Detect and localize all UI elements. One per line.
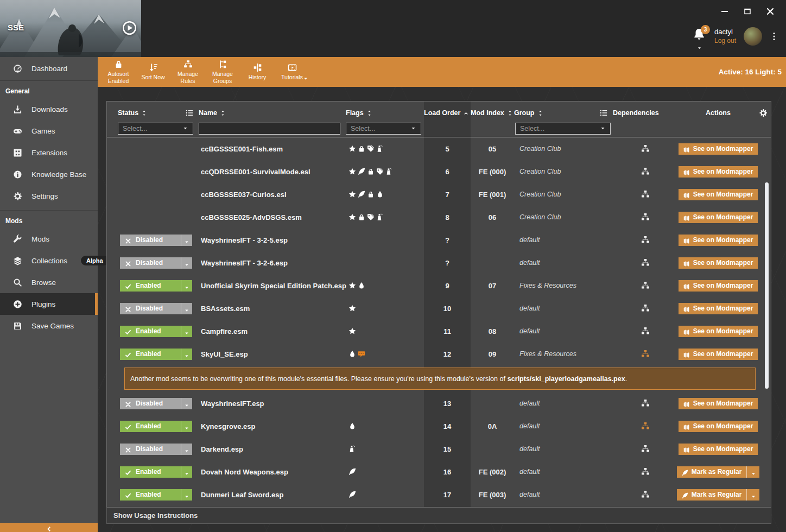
status-dropdown-caret[interactable]	[181, 421, 192, 432]
avatar[interactable]	[744, 27, 762, 46]
status-toggle-button[interactable]: Enabled	[120, 349, 192, 360]
sitemap-icon[interactable]	[641, 467, 650, 476]
close-button[interactable]	[765, 7, 775, 16]
history-button[interactable]: History	[240, 57, 275, 87]
group-value[interactable]: default	[514, 259, 613, 267]
sitemap-icon[interactable]	[641, 490, 650, 499]
see-on-modmapper-button[interactable]: See on Modmapper	[679, 326, 758, 337]
sort-now-button[interactable]: Sort Now	[136, 57, 170, 87]
column-header-name[interactable]: Name	[199, 109, 346, 117]
see-on-modmapper-button[interactable]: See on Modmapper	[679, 280, 758, 292]
see-on-modmapper-button[interactable]: See on Modmapper	[679, 257, 758, 269]
status-toggle-button[interactable]: Enabled	[120, 280, 192, 292]
see-on-modmapper-button[interactable]: See on Modmapper	[679, 212, 758, 223]
status-toggle-button[interactable]: Disabled	[120, 235, 192, 246]
maximize-button[interactable]	[743, 7, 752, 16]
group-value[interactable]: Fixes & Resources	[514, 282, 613, 289]
sitemap-icon[interactable]	[641, 327, 650, 335]
status-dropdown-caret[interactable]	[181, 280, 192, 292]
mark-as-regular-button[interactable]: Mark as Regular	[677, 466, 760, 478]
status-toggle-button[interactable]: Disabled	[120, 257, 192, 269]
column-header-flags[interactable]: Flags	[346, 109, 424, 117]
sidebar-item-mods[interactable]: Mods	[0, 228, 98, 250]
see-on-modmapper-button[interactable]: See on Modmapper	[679, 166, 758, 178]
group-value[interactable]: default	[514, 236, 613, 244]
sitemap-icon[interactable]	[641, 304, 650, 313]
see-on-modmapper-button[interactable]: See on Modmapper	[679, 235, 758, 246]
tutorials-button[interactable]: Tutorials	[275, 57, 309, 87]
status-dropdown-caret[interactable]	[181, 326, 192, 337]
group-filter-select[interactable]: Select...	[515, 123, 611, 135]
status-dropdown-caret[interactable]	[181, 303, 192, 314]
list-icon[interactable]	[186, 109, 193, 117]
see-on-modmapper-button[interactable]: See on Modmapper	[679, 398, 758, 409]
status-toggle-button[interactable]: Enabled	[120, 421, 192, 432]
sidebar-item-plugins[interactable]: Plugins	[0, 293, 98, 315]
column-header-dependencies[interactable]: Dependencies	[613, 109, 678, 117]
game-thumbnail[interactable]: SSE	[0, 0, 141, 57]
group-value[interactable]: default	[514, 445, 613, 453]
action-dropdown-caret[interactable]	[746, 466, 759, 478]
flags-filter-select[interactable]: Select...	[346, 123, 421, 135]
sidebar-item-games[interactable]: Games	[0, 120, 98, 142]
see-on-modmapper-button[interactable]: See on Modmapper	[679, 143, 758, 155]
kebab-icon[interactable]	[770, 29, 778, 43]
sitemap-icon[interactable]	[641, 422, 650, 430]
sitemap-icon[interactable]	[641, 399, 650, 408]
status-dropdown-caret[interactable]	[181, 398, 192, 409]
see-on-modmapper-button[interactable]: See on Modmapper	[679, 421, 758, 432]
scrollbar[interactable]	[765, 182, 769, 389]
usage-instructions-toggle[interactable]: Show Usage Instructions	[106, 508, 771, 524]
status-toggle-button[interactable]: Enabled	[120, 489, 192, 501]
notifications-button[interactable]: 3	[693, 27, 707, 46]
name-filter-input[interactable]	[199, 123, 340, 135]
group-value[interactable]: default	[514, 491, 613, 498]
see-on-modmapper-button[interactable]: See on Modmapper	[679, 349, 758, 360]
sidebar-item-browse[interactable]: Browse	[0, 271, 98, 293]
autosort-enabled-button[interactable]: Autosort Enabled	[101, 57, 136, 87]
minimize-button[interactable]	[720, 7, 730, 16]
gear-icon[interactable]	[759, 109, 768, 117]
sitemap-icon[interactable]	[641, 350, 650, 358]
action-dropdown-caret[interactable]	[746, 489, 759, 501]
sidebar-collapse-button[interactable]	[0, 523, 98, 532]
sidebar-item-dashboard[interactable]: Dashboard	[0, 57, 98, 80]
sidebar-item-settings[interactable]: Settings	[0, 185, 98, 207]
group-value[interactable]: Fixes & Resources	[514, 350, 613, 358]
group-value[interactable]: default	[514, 422, 613, 430]
see-on-modmapper-button[interactable]: See on Modmapper	[679, 189, 758, 200]
see-on-modmapper-button[interactable]: See on Modmapper	[679, 444, 758, 455]
status-dropdown-caret[interactable]	[181, 349, 192, 360]
status-toggle-button[interactable]: Enabled	[120, 326, 192, 337]
column-header-group[interactable]: Group	[514, 109, 613, 117]
column-header-status[interactable]: Status	[107, 109, 199, 117]
column-header-actions[interactable]: Actions	[678, 109, 758, 117]
status-toggle-button[interactable]: Disabled	[120, 303, 192, 314]
see-on-modmapper-button[interactable]: See on Modmapper	[679, 303, 758, 314]
list-icon[interactable]	[600, 109, 607, 117]
group-value[interactable]: Creation Club	[514, 191, 613, 198]
manage-groups-button[interactable]: Manage Groups	[205, 57, 240, 87]
sitemap-icon[interactable]	[641, 258, 650, 267]
sitemap-icon[interactable]	[641, 281, 650, 290]
sitemap-icon[interactable]	[641, 445, 650, 453]
sidebar-item-downloads[interactable]: Downloads	[0, 98, 98, 120]
status-toggle-button[interactable]: Enabled	[120, 466, 192, 478]
logout-link[interactable]: Log out	[714, 37, 736, 45]
group-value[interactable]: default	[514, 305, 613, 312]
sidebar-item-collections[interactable]: CollectionsAlpha	[0, 250, 98, 271]
status-dropdown-caret[interactable]	[181, 257, 192, 269]
sitemap-icon[interactable]	[641, 236, 650, 244]
status-dropdown-caret[interactable]	[181, 489, 192, 501]
sitemap-icon[interactable]	[641, 167, 650, 176]
group-value[interactable]: Creation Club	[514, 168, 613, 175]
group-value[interactable]: default	[514, 468, 613, 476]
status-filter-select[interactable]: Select...	[118, 123, 193, 135]
group-value[interactable]: default	[514, 327, 613, 335]
sitemap-icon[interactable]	[641, 213, 650, 221]
status-toggle-button[interactable]: Disabled	[120, 444, 192, 455]
play-icon[interactable]	[122, 21, 137, 35]
group-value[interactable]: default	[514, 400, 613, 407]
status-dropdown-caret[interactable]	[181, 444, 192, 455]
column-header-load-order[interactable]: Load Order	[424, 109, 471, 117]
